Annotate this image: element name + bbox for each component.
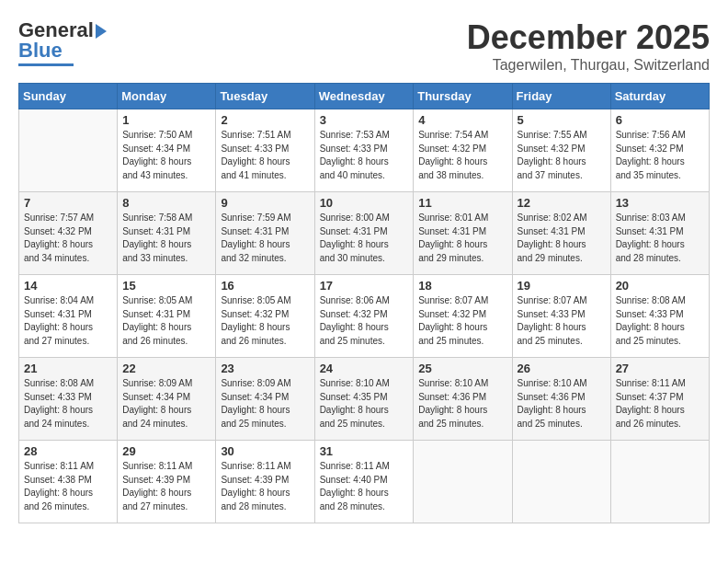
day-info: Sunrise: 8:10 AMSunset: 4:36 PMDaylight:… [518,377,606,431]
daylight-text: Daylight: 8 hoursand 34 minutes. [24,239,93,263]
day-info: Sunrise: 8:07 AMSunset: 4:32 PMDaylight:… [418,294,506,348]
sunset-text: Sunset: 4:38 PM [24,475,92,485]
day-number: 29 [122,444,210,458]
sunrise-text: Sunrise: 8:10 AM [418,378,488,388]
sunset-text: Sunset: 4:33 PM [616,309,684,319]
sunset-text: Sunset: 4:32 PM [616,144,684,154]
day-number: 24 [320,362,409,375]
sunrise-text: Sunrise: 7:51 AM [221,130,290,140]
logo-blue-text: Blue [18,39,63,63]
day-number: 18 [418,279,506,293]
day-number: 3 [320,113,409,127]
sunrise-text: Sunrise: 8:07 AM [518,295,587,305]
day-number: 7 [24,196,112,210]
sunset-text: Sunset: 4:36 PM [418,392,486,402]
sunrise-text: Sunrise: 8:11 AM [122,461,192,471]
sunrise-text: Sunrise: 8:11 AM [320,461,390,471]
daylight-text: Daylight: 8 hoursand 28 minutes. [221,488,290,511]
sunset-text: Sunset: 4:36 PM [518,392,586,402]
calendar-cell: 27Sunrise: 8:11 AMSunset: 4:37 PMDayligh… [610,358,709,441]
calendar-cell: 25Sunrise: 8:10 AMSunset: 4:36 PMDayligh… [414,358,512,441]
day-number: 19 [518,279,606,293]
sunset-text: Sunset: 4:31 PM [616,226,684,236]
calendar-cell: 7Sunrise: 7:57 AMSunset: 4:32 PMDaylight… [19,192,118,275]
calendar-cell [610,441,709,523]
calendar-cell: 10Sunrise: 8:00 AMSunset: 4:31 PMDayligh… [314,192,414,275]
sunset-text: Sunset: 4:34 PM [221,392,289,402]
sunrise-text: Sunrise: 8:10 AM [518,378,587,388]
daylight-text: Daylight: 8 hoursand 37 minutes. [518,156,586,180]
calendar-cell: 8Sunrise: 7:58 AMSunset: 4:31 PMDaylight… [118,192,216,275]
daylight-text: Daylight: 8 hoursand 25 minutes. [320,322,389,346]
day-info: Sunrise: 8:09 AMSunset: 4:34 PMDaylight:… [221,377,309,431]
logo-underline [18,63,74,66]
calendar-cell: 1Sunrise: 7:50 AMSunset: 4:34 PMDaylight… [118,109,216,192]
day-number: 23 [221,362,309,375]
day-info: Sunrise: 8:01 AMSunset: 4:31 PMDaylight:… [418,212,506,265]
day-info: Sunrise: 8:03 AMSunset: 4:31 PMDaylight:… [616,212,704,265]
day-number: 17 [320,279,409,293]
calendar-week-row: 21Sunrise: 8:08 AMSunset: 4:33 PMDayligh… [19,358,710,441]
weekday-header-row: SundayMondayTuesdayWednesdayThursdayFrid… [19,84,710,109]
sunrise-text: Sunrise: 8:05 AM [122,295,192,305]
sunrise-text: Sunrise: 8:03 AM [616,213,686,223]
page-header: General Blue December 2025 Tagerwilen, T… [18,18,710,74]
sunrise-text: Sunrise: 7:57 AM [24,213,94,223]
sunset-text: Sunset: 4:31 PM [221,226,289,236]
day-info: Sunrise: 8:11 AMSunset: 4:38 PMDaylight:… [24,460,112,513]
sunset-text: Sunset: 4:32 PM [221,309,289,319]
daylight-text: Daylight: 8 hoursand 26 minutes. [24,488,93,511]
sunset-text: Sunset: 4:32 PM [320,309,388,319]
day-info: Sunrise: 8:11 AMSunset: 4:40 PMDaylight:… [320,460,409,513]
sunrise-text: Sunrise: 7:58 AM [122,213,192,223]
day-info: Sunrise: 8:10 AMSunset: 4:36 PMDaylight:… [418,377,506,431]
sunset-text: Sunset: 4:31 PM [122,309,190,319]
calendar-cell [512,441,610,523]
sunrise-text: Sunrise: 8:08 AM [616,295,686,305]
calendar-cell: 12Sunrise: 8:02 AMSunset: 4:31 PMDayligh… [512,192,610,275]
day-number: 27 [616,362,704,375]
daylight-text: Daylight: 8 hoursand 41 minutes. [221,156,290,180]
day-number: 13 [616,196,704,210]
calendar-cell: 6Sunrise: 7:56 AMSunset: 4:32 PMDaylight… [610,109,709,192]
title-block: December 2025 Tagerwilen, Thurgau, Switz… [467,18,710,74]
sunset-text: Sunset: 4:33 PM [518,309,586,319]
day-info: Sunrise: 8:10 AMSunset: 4:35 PMDaylight:… [320,377,409,431]
day-number: 4 [418,113,506,127]
day-info: Sunrise: 8:05 AMSunset: 4:32 PMDaylight:… [221,294,309,348]
day-info: Sunrise: 7:53 AMSunset: 4:33 PMDaylight:… [320,129,409,182]
calendar-cell: 13Sunrise: 8:03 AMSunset: 4:31 PMDayligh… [610,192,709,275]
calendar-cell: 26Sunrise: 8:10 AMSunset: 4:36 PMDayligh… [512,358,610,441]
day-info: Sunrise: 7:57 AMSunset: 4:32 PMDaylight:… [24,212,112,265]
day-info: Sunrise: 8:06 AMSunset: 4:32 PMDaylight:… [320,294,409,348]
calendar-cell: 14Sunrise: 8:04 AMSunset: 4:31 PMDayligh… [19,275,118,358]
calendar-cell: 28Sunrise: 8:11 AMSunset: 4:38 PMDayligh… [19,441,118,523]
day-number: 5 [518,113,606,127]
day-number: 11 [418,196,506,210]
day-number: 30 [221,444,309,458]
sunset-text: Sunset: 4:37 PM [616,392,684,402]
calendar-cell: 11Sunrise: 8:01 AMSunset: 4:31 PMDayligh… [414,192,512,275]
logo-arrow-icon [96,24,107,39]
day-number: 31 [320,444,409,458]
sunset-text: Sunset: 4:39 PM [221,475,289,485]
day-number: 1 [122,113,210,127]
calendar-week-row: 7Sunrise: 7:57 AMSunset: 4:32 PMDaylight… [19,192,710,275]
daylight-text: Daylight: 8 hoursand 35 minutes. [616,156,685,180]
daylight-text: Daylight: 8 hoursand 29 minutes. [418,239,487,263]
sunrise-text: Sunrise: 8:11 AM [616,378,686,388]
sunset-text: Sunset: 4:31 PM [518,226,586,236]
calendar-table: SundayMondayTuesdayWednesdayThursdayFrid… [18,83,710,523]
sunset-text: Sunset: 4:31 PM [418,226,486,236]
day-info: Sunrise: 8:11 AMSunset: 4:37 PMDaylight:… [616,377,704,431]
daylight-text: Daylight: 8 hoursand 24 minutes. [24,405,93,429]
day-info: Sunrise: 8:11 AMSunset: 4:39 PMDaylight:… [221,460,309,513]
day-info: Sunrise: 8:07 AMSunset: 4:33 PMDaylight:… [518,294,606,348]
day-number: 2 [221,113,309,127]
calendar-cell [414,441,512,523]
weekday-header-monday: Monday [118,84,216,109]
calendar-cell: 5Sunrise: 7:55 AMSunset: 4:32 PMDaylight… [512,109,610,192]
sunrise-text: Sunrise: 8:05 AM [221,295,290,305]
calendar-cell: 23Sunrise: 8:09 AMSunset: 4:34 PMDayligh… [216,358,314,441]
daylight-text: Daylight: 8 hoursand 27 minutes. [24,322,93,346]
